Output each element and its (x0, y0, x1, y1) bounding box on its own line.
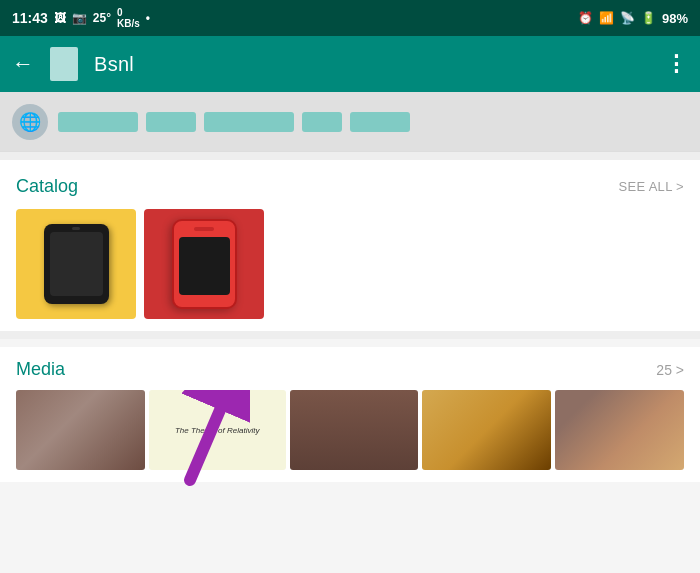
media-thumb-3[interactable] (290, 390, 419, 470)
divider-2 (0, 331, 700, 339)
divider-1 (0, 152, 700, 160)
dot-separator: • (146, 11, 150, 25)
book-title-text: The Theory of Relativity (175, 426, 259, 435)
catalog-image-2[interactable] (144, 209, 264, 319)
phone-2-camera (194, 227, 214, 231)
media-title: Media (16, 359, 65, 380)
phone-2-screen (179, 237, 230, 295)
banner-block-1 (58, 112, 138, 132)
media-thumb-5[interactable] (555, 390, 684, 470)
catalog-images (16, 209, 684, 319)
catalog-title: Catalog (16, 176, 78, 197)
app-bar-title: Bsnl (94, 53, 649, 76)
globe-icon: 🌐 (12, 104, 48, 140)
banner-block-3 (204, 112, 294, 132)
media-count-button[interactable]: 25 > (656, 362, 684, 378)
app-bar: ← Bsnl ⋮ (0, 36, 700, 92)
media-header: Media 25 > (16, 359, 684, 380)
alarm-icon: ⏰ (578, 11, 593, 25)
phone-2-body (172, 219, 237, 309)
more-options-button[interactable]: ⋮ (665, 51, 688, 77)
signal-icon: 📡 (620, 11, 635, 25)
catalog-section: Catalog SEE ALL > (0, 160, 700, 331)
network-speed: 0 KB/s (117, 7, 140, 29)
status-bar: 11:43 🖼 📷 25° 0 KB/s • ⏰ 📶 📡 🔋 98% (0, 0, 700, 36)
banner-area: 🌐 (0, 92, 700, 152)
catalog-image-1[interactable] (16, 209, 136, 319)
phone-1-camera (72, 227, 80, 230)
camera-icon: 📷 (72, 11, 87, 25)
banner-content (58, 112, 688, 132)
status-left: 11:43 🖼 📷 25° 0 KB/s • (12, 7, 150, 29)
temperature-text: 25° (93, 11, 111, 25)
wifi-icon: 📶 (599, 11, 614, 25)
media-thumb-2[interactable]: The Theory of Relativity (149, 390, 286, 470)
media-thumb-1[interactable] (16, 390, 145, 470)
status-right: ⏰ 📶 📡 🔋 98% (578, 11, 688, 26)
back-button[interactable]: ← (12, 51, 34, 77)
banner-block-2 (146, 112, 196, 132)
catalog-header: Catalog SEE ALL > (16, 176, 684, 197)
media-thumb-4[interactable] (422, 390, 551, 470)
media-thumbnails: The Theory of Relativity (16, 390, 684, 470)
phone-1-screen (50, 232, 103, 296)
phone-1-body (44, 224, 109, 304)
status-time: 11:43 (12, 10, 48, 26)
battery-icon: 🔋 (641, 11, 656, 25)
app-icon (50, 47, 78, 81)
media-section: Media 25 > The Theory of Relativity (0, 347, 700, 482)
banner-block-4 (302, 112, 342, 132)
see-all-button[interactable]: SEE ALL > (619, 179, 684, 194)
photo-icon: 🖼 (54, 11, 66, 25)
battery-percent: 98% (662, 11, 688, 26)
banner-block-5 (350, 112, 410, 132)
